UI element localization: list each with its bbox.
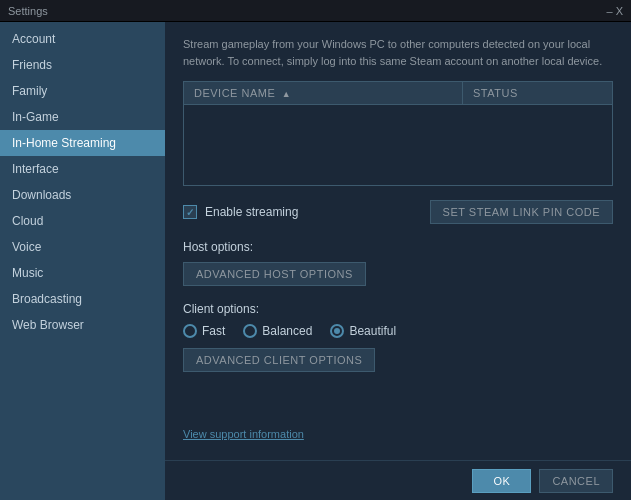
client-options-label: Client options: bbox=[183, 302, 613, 316]
sort-icon: ▲ bbox=[282, 89, 291, 99]
table-header: DEVICE NAME ▲ STATUS bbox=[184, 82, 612, 105]
device-table: DEVICE NAME ▲ STATUS bbox=[183, 81, 613, 186]
enable-streaming-row: Enable streaming SET STEAM LINK PIN CODE bbox=[183, 200, 613, 224]
radio-balanced-circle bbox=[243, 324, 257, 338]
host-options-label: Host options: bbox=[183, 240, 613, 254]
sidebar-item-in-home-streaming[interactable]: In-Home Streaming bbox=[0, 130, 165, 156]
enable-streaming-checkbox-row: Enable streaming bbox=[183, 205, 298, 219]
sidebar-item-friends[interactable]: Friends bbox=[0, 52, 165, 78]
radio-fast-circle bbox=[183, 324, 197, 338]
set-pin-button[interactable]: SET STEAM LINK PIN CODE bbox=[430, 200, 613, 224]
cancel-button[interactable]: CANCEL bbox=[539, 469, 613, 493]
radio-fast-label: Fast bbox=[202, 324, 225, 338]
ok-button[interactable]: OK bbox=[472, 469, 531, 493]
radio-balanced-label: Balanced bbox=[262, 324, 312, 338]
table-body bbox=[184, 105, 612, 185]
view-support-link[interactable]: View support information bbox=[183, 418, 304, 440]
enable-streaming-checkbox[interactable] bbox=[183, 205, 197, 219]
sidebar-item-music[interactable]: Music bbox=[0, 260, 165, 286]
sidebar-item-cloud[interactable]: Cloud bbox=[0, 208, 165, 234]
radio-beautiful[interactable]: Beautiful bbox=[330, 324, 396, 338]
sidebar-item-account[interactable]: Account bbox=[0, 26, 165, 52]
sidebar: AccountFriendsFamilyIn-GameIn-Home Strea… bbox=[0, 22, 165, 500]
host-options-section: Host options: ADVANCED HOST OPTIONS bbox=[183, 240, 613, 286]
advanced-host-options-button[interactable]: ADVANCED HOST OPTIONS bbox=[183, 262, 366, 286]
client-options-section: Client options: Fast Balanced Beautiful … bbox=[183, 302, 613, 372]
sidebar-item-family[interactable]: Family bbox=[0, 78, 165, 104]
titlebar-title: Settings bbox=[8, 5, 48, 17]
bottom-bar: OK CANCEL bbox=[165, 460, 631, 500]
sidebar-item-interface[interactable]: Interface bbox=[0, 156, 165, 182]
titlebar: Settings – X bbox=[0, 0, 631, 22]
sidebar-item-voice[interactable]: Voice bbox=[0, 234, 165, 260]
quality-radio-group: Fast Balanced Beautiful bbox=[183, 324, 613, 338]
close-button[interactable]: – X bbox=[606, 5, 623, 17]
radio-fast[interactable]: Fast bbox=[183, 324, 225, 338]
description-text: Stream gameplay from your Windows PC to … bbox=[183, 36, 613, 69]
main-layout: AccountFriendsFamilyIn-GameIn-Home Strea… bbox=[0, 22, 631, 500]
sidebar-item-broadcasting[interactable]: Broadcasting bbox=[0, 286, 165, 312]
enable-streaming-label: Enable streaming bbox=[205, 205, 298, 219]
sidebar-item-web-browser[interactable]: Web Browser bbox=[0, 312, 165, 338]
advanced-client-options-button[interactable]: ADVANCED CLIENT OPTIONS bbox=[183, 348, 375, 372]
radio-beautiful-label: Beautiful bbox=[349, 324, 396, 338]
status-column: STATUS bbox=[463, 82, 612, 104]
radio-beautiful-circle bbox=[330, 324, 344, 338]
content-area: Stream gameplay from your Windows PC to … bbox=[165, 22, 631, 500]
sidebar-item-downloads[interactable]: Downloads bbox=[0, 182, 165, 208]
radio-balanced[interactable]: Balanced bbox=[243, 324, 312, 338]
device-name-column: DEVICE NAME ▲ bbox=[184, 82, 463, 104]
sidebar-item-in-game[interactable]: In-Game bbox=[0, 104, 165, 130]
